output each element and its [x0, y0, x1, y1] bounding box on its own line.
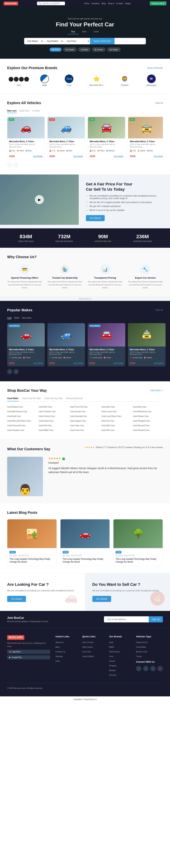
appstore-badge[interactable]: 🍎 App Store — [7, 650, 50, 654]
vehicle-details-2[interactable]: View Details — [73, 155, 83, 157]
shop-link-29[interactable]: Used MG Cars — [101, 429, 131, 432]
shop-link-18[interactable]: Used Jaguar Cars — [70, 419, 100, 423]
vtype-suv[interactable]: Family SUV's — [136, 641, 148, 643]
shop-cat-sale[interactable]: Used Cars For Sale — [22, 397, 41, 401]
shop-link-2[interactable]: Used Mini Cars — [39, 405, 69, 408]
shop-link-13[interactable]: Used Hyundai Cars — [70, 414, 100, 418]
shop-cat-by-sale[interactable]: Used Cars By Sale — [44, 397, 62, 401]
play-button[interactable]: ▶ — [35, 195, 44, 204]
shop-link-9[interactable]: Used Lexus Cars — [101, 410, 131, 413]
vehicle-details-3[interactable]: View Details — [114, 155, 123, 157]
brand-link-audi[interactable]: Audi — [109, 641, 113, 643]
shop-link-4[interactable]: Used Mini Cars — [101, 405, 131, 408]
brand-link-porsche[interactable]: Porsche — [109, 674, 116, 676]
vehicles-next-btn[interactable]: › — [13, 162, 18, 167]
nav-shop[interactable]: Shop It — [108, 2, 114, 4]
shop-link-3[interactable]: Used Ford Full Cars — [70, 405, 100, 408]
brand-link-bentley[interactable]: Bentley — [109, 669, 116, 672]
header-search-input[interactable] — [42, 2, 63, 4]
link-help[interactable]: Help Center — [82, 646, 93, 648]
social-linkedin[interactable]: in — [150, 666, 156, 671]
link-how-it-works[interactable]: How It Works — [82, 655, 94, 657]
filter-owner[interactable]: By Owner — [92, 48, 105, 52]
brand-link-rolls[interactable]: Rolls Royce — [109, 651, 120, 653]
search-button[interactable]: Search 3642 Cars — [90, 38, 115, 44]
shop-link-28[interactable]: Used Ford Cars — [70, 429, 100, 432]
hero-tab-used[interactable]: Used — [90, 29, 102, 34]
brand-mercedes[interactable]: ⭐ Mercedes Benz — [89, 75, 103, 86]
shop-link-11[interactable]: Used Audi Cars — [7, 414, 37, 418]
vehicles-view-all[interactable]: View All — [155, 102, 163, 104]
pop-view-4[interactable]: View Details — [154, 362, 164, 364]
link-sitemap[interactable]: Sitemap — [55, 655, 62, 657]
nav-contact[interactable]: Contact — [116, 2, 123, 4]
popular-next-btn[interactable]: › — [13, 369, 18, 374]
vtype-trucks[interactable]: Trucks — [136, 655, 142, 657]
shop-link-24[interactable]: Used Mini Cars — [101, 424, 131, 427]
brand-volkswagen[interactable]: W Volkswagen — [146, 74, 157, 86]
model-select[interactable]: Any Models — [44, 38, 64, 44]
veh-tab-stock[interactable]: In Stock — [32, 110, 40, 113]
shop-link-30[interactable]: Used Renault Cars — [133, 429, 163, 432]
shop-link-10[interactable]: Used Mitsubishi Cars — [133, 410, 163, 413]
brand-bmw[interactable]: BMW — [40, 74, 49, 86]
cta-left-button[interactable]: Get Started — [7, 596, 26, 602]
shop-link-1[interactable]: Used Mazda Cars — [7, 405, 37, 408]
vehicles-prev-btn[interactable]: ‹ — [7, 162, 12, 167]
link-live-chat[interactable]: Live Chat — [82, 651, 91, 653]
brand-link-bmw[interactable]: BMW — [109, 646, 114, 648]
veh-tab-new[interactable]: New cars — [7, 110, 17, 113]
pop-view-2[interactable]: View Details — [73, 362, 83, 364]
vtype-convertible[interactable]: Convertible — [136, 646, 146, 648]
social-facebook[interactable]: f — [136, 666, 141, 671]
shop-link-17[interactable]: Used Dacia Cars — [39, 419, 69, 423]
brand-audi[interactable]: ⬤⬤⬤⬤ Audi — [13, 75, 24, 86]
link-blog[interactable]: Blog — [55, 646, 59, 648]
shop-link-19[interactable]: Used Kia Cars — [101, 419, 131, 423]
filter-all[interactable]: All (342) — [50, 48, 61, 52]
shop-link-12[interactable]: Used Citroen Cars — [39, 414, 69, 418]
shop-link-25[interactable]: Used Renault Cars — [133, 424, 163, 427]
filter-dealer[interactable]: By Dealer — [63, 48, 77, 52]
shop-link-26[interactable]: Used Chrysler Cars — [7, 429, 37, 432]
price-select[interactable]: Any Price Under $10,000 $10,000 - $20,00… — [64, 38, 90, 44]
submit-listing-button[interactable]: Submit Listing — [150, 1, 166, 5]
filter-radar[interactable]: On Radar — [107, 48, 120, 52]
shop-link-8[interactable]: Used Honda Cars — [70, 410, 100, 413]
pop-view-3[interactable]: View Details — [114, 362, 124, 364]
nav-pages[interactable]: Pages — [125, 2, 131, 4]
social-youtube[interactable]: ▶ — [158, 666, 163, 671]
header-search-box[interactable]: 🔍 — [37, 2, 65, 5]
veh-tab-used[interactable]: Used Cars — [19, 110, 30, 113]
promo-cta-button[interactable]: Get Started — [86, 215, 105, 221]
pop-view-1[interactable]: View Details — [33, 362, 43, 364]
pop-tab-bmw[interactable]: BMW — [14, 317, 19, 319]
brands-view-all[interactable]: Show All Brands — [147, 67, 163, 69]
nav-home[interactable]: Home — [84, 2, 89, 4]
googleplay-badge[interactable]: ▶ Google Play — [7, 655, 50, 659]
shop-link-7[interactable]: Used Chrysler Cars — [39, 410, 69, 413]
vehicle-details-4[interactable]: View Details — [154, 155, 163, 157]
shop-cat-make[interactable]: Used Make — [7, 397, 18, 401]
hero-tab-new[interactable]: New — [79, 29, 90, 34]
brand-link-ford[interactable]: Ford — [109, 655, 113, 657]
nav-blog[interactable]: Blog — [102, 2, 105, 4]
link-about[interactable]: About Us — [55, 641, 63, 643]
popular-prev-btn[interactable]: ‹ — [7, 369, 12, 374]
shop-link-21[interactable]: Used Chevrolet Cars — [7, 424, 37, 427]
vtype-electric[interactable]: Electric Cars — [136, 651, 147, 653]
nav-inventory[interactable]: Inventory — [91, 2, 99, 4]
brand-ford[interactable]: Ford Ford — [65, 74, 73, 86]
shop-link-6[interactable]: Used Alfa Romeo Cars — [7, 410, 37, 413]
hero-tab-buy[interactable]: Buy — [68, 29, 79, 34]
shop-link-5[interactable]: Used Mini Cars — [133, 405, 163, 408]
newsletter-email-input[interactable] — [104, 616, 149, 622]
shop-link-27[interactable]: Used BMW Cars — [39, 429, 69, 432]
filter-certified[interactable]: Certified — [78, 48, 90, 52]
pop-tab-audi[interactable]: Audi — [7, 317, 11, 319]
social-twitter[interactable]: t — [143, 666, 148, 671]
make-select[interactable]: Any Makes Audi BMW Mercedes — [24, 38, 44, 44]
brand-link-ferrari[interactable]: Ferrari — [109, 660, 115, 662]
link-touch[interactable]: Get In Touch — [82, 641, 93, 643]
shop-link-14[interactable]: Used Land Rover Cars — [101, 414, 131, 418]
